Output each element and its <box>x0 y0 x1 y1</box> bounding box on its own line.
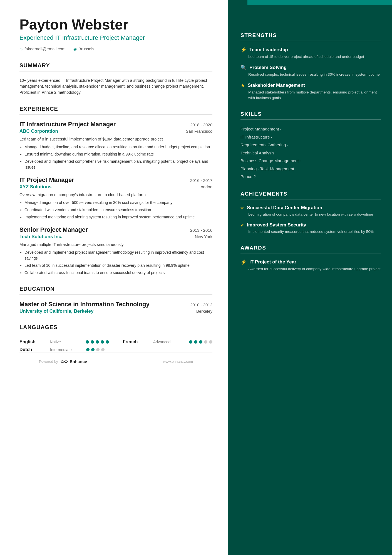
strength-item-1: 🔍 Problem Solving Resolved complex techn… <box>240 65 381 77</box>
lang-dots-english <box>86 340 109 344</box>
pencil-icon: ✏ <box>240 205 244 211</box>
achievement-item-0: ✏ Successful Data Center Migration Led m… <box>240 205 381 217</box>
job-3-location: New York <box>195 234 212 239</box>
achievements-divider <box>240 199 381 200</box>
award-item-0: ⚡ IT Project of the Year Awarded for suc… <box>240 259 381 272</box>
powered-by: Powered by Enhancv <box>39 359 87 364</box>
dot <box>91 340 94 344</box>
edu-1-location: Berkeley <box>196 309 212 314</box>
education-title: EDUCATION <box>19 286 212 292</box>
lang-level-dutch: Intermediate <box>50 347 86 352</box>
strength-item-2: ★ Stakeholder Management Managed stakeho… <box>240 82 381 101</box>
job-3-years: 2013 - 2016 <box>190 228 212 233</box>
job-1-bullets: Managed budget, timeline, and resource a… <box>19 144 212 170</box>
achievement-0-desc: Led migration of company's data center t… <box>240 212 381 217</box>
dot <box>86 340 89 344</box>
summary-title: SUMMARY <box>19 62 212 69</box>
location-icon: ◉ <box>73 47 77 51</box>
awards-divider <box>240 253 381 254</box>
list-item: Collaborated with cross-functional teams… <box>24 270 212 276</box>
contact-location: ◉ Brussels <box>73 46 95 51</box>
job-1-desc: Led team of 8 in successful implementati… <box>19 136 212 142</box>
dot <box>101 348 105 351</box>
award-0-header: ⚡ IT Project of the Year <box>240 259 381 265</box>
lang-dots-french <box>189 340 212 344</box>
strength-1-desc: Resolved complex technical issues, resul… <box>240 72 381 77</box>
email-text: fakeemail@email.com <box>24 46 66 51</box>
strength-item-0: ⚡ Team Leadership Led team of 15 to deli… <box>240 47 381 60</box>
lang-row-english: English Native French Advanced <box>19 339 212 344</box>
resume-body: Payton Webster Experienced IT Infrastruc… <box>0 0 392 555</box>
skill-line-5: Planning · Task Management · <box>240 165 381 173</box>
dot <box>96 348 100 351</box>
job-3-header: Senior Project Manager 2013 - 2016 <box>19 226 212 233</box>
job-2-bullets: Managed migration of over 500 servers re… <box>19 200 212 220</box>
skill-line-1: IT Infrastructure · <box>240 133 381 141</box>
skills-list: Project Management · IT Infrastructure ·… <box>240 125 381 181</box>
enhancv-logo: Enhancv <box>60 359 87 364</box>
job-1-title: IT Infrastructure Project Manager <box>19 121 116 128</box>
contact-email: ⊙ fakeemail@email.com <box>19 46 66 51</box>
list-item: Managed migration of over 500 servers re… <box>24 200 212 206</box>
lang-name-french: French <box>123 339 153 344</box>
job-2-desc: Oversaw migration of company's infrastru… <box>19 192 212 198</box>
checkmark-icon: ✔ <box>240 223 244 228</box>
job-2-location: London <box>199 184 212 189</box>
footer-url: www.enhancv.com <box>163 359 193 364</box>
email-icon: ⊙ <box>19 47 23 51</box>
edu-1-university: University of California, Berkeley <box>19 309 93 314</box>
skill-line-3: Technical Analysis · <box>240 149 381 157</box>
contact-row: ⊙ fakeemail@email.com ◉ Brussels <box>19 46 212 51</box>
strengths-divider <box>240 41 381 41</box>
right-column: STRENGTHS ⚡ Team Leadership Led team of … <box>228 0 392 555</box>
top-bar-accent <box>247 0 392 5</box>
skill-line-6: Prince 2 <box>240 173 381 181</box>
list-item: Ensured minimal downtime during migratio… <box>24 151 212 157</box>
candidate-subtitle: Experienced IT Infrastructure Project Ma… <box>19 34 212 41</box>
summary-divider <box>19 71 212 71</box>
achievement-1-desc: Implemented security measures that reduc… <box>240 229 381 235</box>
edu-1-header: Master of Science in Information Technol… <box>19 301 212 308</box>
job-2-company-row: XYZ Solutions London <box>19 184 212 190</box>
edu-1-years: 2010 - 2012 <box>190 302 212 307</box>
award-lightning-icon: ⚡ <box>240 259 247 265</box>
location-text: Brussels <box>78 46 95 51</box>
strengths-title: STRENGTHS <box>240 32 381 38</box>
left-column: Payton Webster Experienced IT Infrastruc… <box>0 0 228 555</box>
job-3-title: Senior Project Manager <box>19 226 88 233</box>
lang-row-dutch: Dutch Intermediate <box>19 347 212 352</box>
strength-0-desc: Led team of 15 to deliver project ahead … <box>240 54 381 60</box>
achievement-0-title: Successful Data Center Migration <box>247 205 322 211</box>
footer: Powered by Enhancv www.enhancv.com <box>19 352 212 371</box>
skill-line-0: Project Management · <box>240 125 381 133</box>
achievement-1-title: Improved System Security <box>247 222 306 228</box>
strength-2-title: Stakeholder Management <box>248 83 305 88</box>
edu-1-degree: Master of Science in Information Technol… <box>19 301 150 308</box>
lightning-icon: ⚡ <box>240 47 247 53</box>
list-item: Implemented monitoring and alerting syst… <box>24 214 212 220</box>
award-0-title: IT Project of the Year <box>249 259 296 265</box>
lang-name-dutch: Dutch <box>19 347 50 352</box>
list-item: Coordinated with vendors and stakeholder… <box>24 207 212 213</box>
skills-divider <box>240 119 381 120</box>
strength-0-title: Team Leadership <box>249 47 288 53</box>
dot <box>96 340 99 344</box>
star-icon: ★ <box>240 82 245 88</box>
logo-svg <box>60 359 68 364</box>
brand-name: Enhancv <box>70 359 87 364</box>
strength-1-header: 🔍 Problem Solving <box>240 65 381 71</box>
job-2-years: 2016 - 2017 <box>190 178 212 183</box>
job-1-years: 2018 - 2020 <box>190 122 212 127</box>
dot <box>91 348 95 351</box>
dot <box>204 340 207 344</box>
job-2-company: XYZ Solutions <box>19 184 51 190</box>
job-3-bullets: Developed and implemented project manage… <box>19 250 212 276</box>
list-item: Managed budget, timeline, and resource a… <box>24 144 212 150</box>
candidate-name: Payton Webster <box>19 17 212 33</box>
awards-title: AWARDS <box>240 245 381 251</box>
lang-dots-dutch <box>86 348 105 351</box>
achievement-1-header: ✔ Improved System Security <box>240 222 381 228</box>
languages-grid: English Native French Advanced <box>19 339 212 352</box>
lang-level-french: Advanced <box>153 340 189 344</box>
edu-1-uni-row: University of California, Berkeley Berke… <box>19 309 212 314</box>
